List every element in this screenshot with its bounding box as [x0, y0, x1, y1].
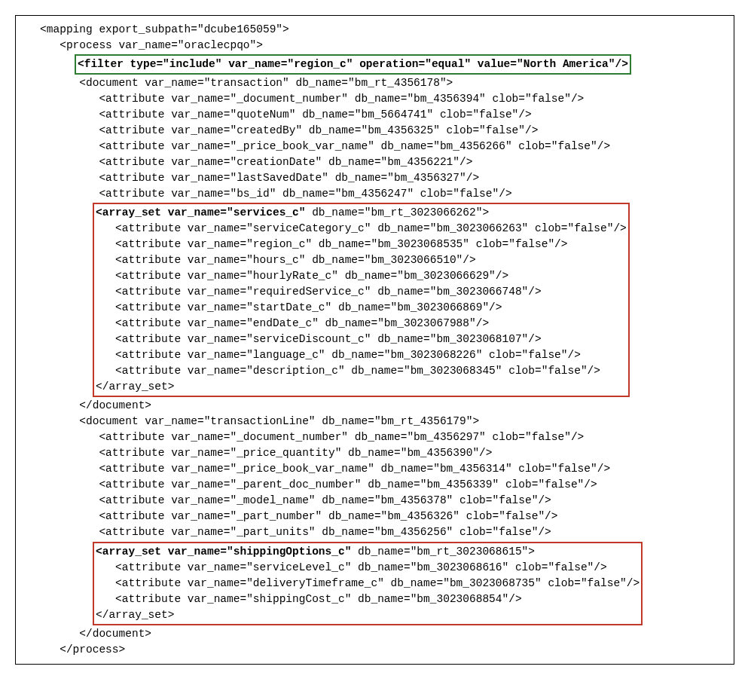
array-set-shipping-box: <array_set var_name="shippingOptions_c" … — [93, 542, 643, 625]
line-attr-parent-doc-number: <attribute var_name="_parent_doc_number"… — [20, 477, 729, 493]
line-attr-servicediscount: <attribute var_name="serviceDiscount_c" … — [96, 332, 627, 347]
line-attr-startdate: <attribute var_name="startDate_c" db_nam… — [96, 300, 627, 316]
line-process-close: </process> — [20, 642, 729, 658]
line-attr-price-book-var-name: <attribute var_name="_price_book_var_nam… — [20, 139, 729, 154]
line-attr-enddate: <attribute var_name="endDate_c" db_name=… — [96, 316, 627, 332]
line-document-transactionline-open: <document var_name="transactionLine" db_… — [20, 414, 729, 429]
line-attr-servicelevel: <attribute var_name="serviceLevel_c" db_… — [96, 560, 640, 576]
line-attr-servicecategory: <attribute var_name="serviceCategory_c" … — [96, 221, 627, 237]
line-document-transaction-close: </document> — [20, 398, 729, 414]
line-filter: <filter type="include" var_name="region_… — [78, 57, 628, 72]
filter-highlight-box: <filter type="include" var_name="region_… — [75, 54, 631, 75]
line-attr-part-number: <attribute var_name="_part_number" db_na… — [20, 509, 729, 524]
line-arrayset-shipping-open: <array_set var_name="shippingOptions_c" … — [96, 544, 640, 560]
line-document-transaction-open: <document var_name="transaction" db_name… — [20, 75, 729, 91]
line-attr-requiredservice: <attribute var_name="requiredService_c" … — [96, 284, 627, 300]
line-attr-deliverytimeframe: <attribute var_name="deliveryTimeframe_c… — [96, 576, 640, 591]
line-attr-language: <attribute var_name="language_c" db_name… — [96, 347, 627, 363]
line-attr-region: <attribute var_name="region_c" db_name="… — [96, 237, 627, 252]
line-attr-model-name: <attribute var_name="_model_name" db_nam… — [20, 493, 729, 509]
line-attr-creationdate: <attribute var_name="creationDate" db_na… — [20, 154, 729, 170]
line-attr-quotenum: <attribute var_name="quoteNum" db_name="… — [20, 107, 729, 123]
line-attr-price-quantity: <attribute var_name="_price_quantity" db… — [20, 445, 729, 461]
line-document-transactionline-close: </document> — [20, 626, 729, 642]
line-attr-price-book-var-name-2: <attribute var_name="_price_book_var_nam… — [20, 461, 729, 477]
line-attr-lastsaveddate: <attribute var_name="lastSavedDate" db_n… — [20, 170, 729, 186]
line-attr-description: <attribute var_name="description_c" db_n… — [96, 363, 627, 379]
line-attr-document-number-2: <attribute var_name="_document_number" d… — [20, 429, 729, 445]
line-mapping-open: <mapping export_subpath="dcube165059"> — [20, 22, 729, 38]
line-arrayset-services-open: <array_set var_name="services_c" db_name… — [96, 205, 627, 221]
xml-code-block: <mapping export_subpath="dcube165059"> <… — [15, 15, 734, 665]
line-attr-bs-id: <attribute var_name="bs_id" db_name="bm_… — [20, 186, 729, 202]
line-attr-hourlyrate: <attribute var_name="hourlyRate_c" db_na… — [96, 268, 627, 284]
line-attr-hours: <attribute var_name="hours_c" db_name="b… — [96, 252, 627, 268]
line-process-open: <process var_name="oraclecpqo"> — [20, 38, 729, 53]
line-arrayset-shipping-close: </array_set> — [96, 607, 640, 623]
line-attr-document-number: <attribute var_name="_document_number" d… — [20, 91, 729, 107]
line-arrayset-services-close: </array_set> — [96, 379, 627, 395]
line-attr-createdby: <attribute var_name="createdBy" db_name=… — [20, 123, 729, 139]
array-set-services-box: <array_set var_name="services_c" db_name… — [93, 203, 630, 397]
line-attr-part-units: <attribute var_name="_part_units" db_nam… — [20, 524, 729, 540]
line-attr-shippingcost: <attribute var_name="shippingCost_c" db_… — [96, 591, 640, 607]
